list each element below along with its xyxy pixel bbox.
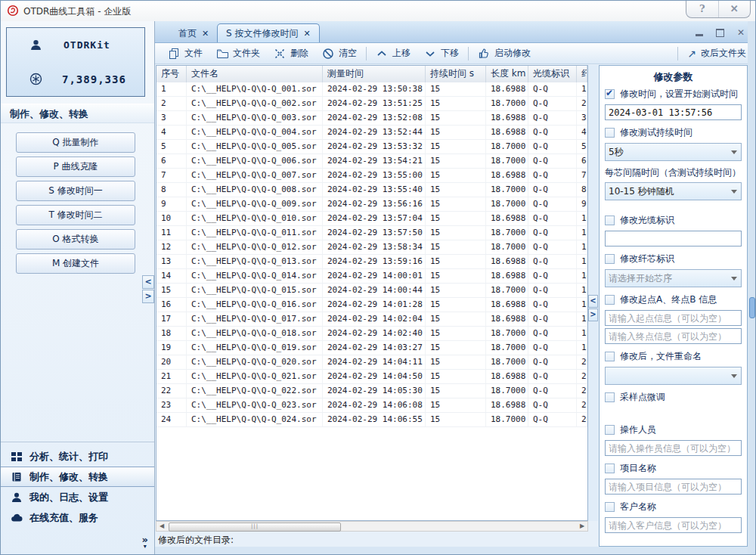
table-row[interactable]: 6C:\__HELP\Q-Q\Q-Q_006.sor2024-02-29 13:… [156,154,587,169]
panel-splitter[interactable] [588,65,598,521]
checkbox-icon[interactable] [605,352,615,361]
splitter-chevron-right-icon[interactable]: > [588,309,598,321]
sidebar-item-make-modify[interactable]: 制作、修改、转换 [1,467,154,487]
close-tab-icon[interactable]: ✕ [202,29,209,39]
horizontal-scrollbar[interactable]: ◀ ||| ▶ [156,521,588,532]
table-row[interactable]: 24C:\__HELP\Q-Q\Q-Q_024.sor2024-02-29 14… [156,413,587,427]
rename-select[interactable] [605,367,742,385]
right-scroll-strip[interactable] [748,21,756,554]
tab-modify-time-by-file[interactable]: S 按文件修改时间 ✕ [217,23,320,42]
sample-adjust-checkbox-row[interactable]: 采样点微调 [605,391,742,404]
modify-duration-checkbox-row[interactable]: 修改测试持续时间 [605,126,742,139]
table-row[interactable]: 2C:\__HELP\Q-Q\Q-Q_002.sor2024-02-29 13:… [156,97,587,111]
rename-checkbox-row[interactable]: 修改后，文件重命名 [605,350,742,363]
operator-input[interactable] [605,440,742,456]
col-index[interactable]: 序号 [156,66,187,82]
checkbox-icon[interactable] [605,295,615,305]
col-fiber-core[interactable]: 纤芯 [577,66,587,82]
checkbox-icon[interactable] [605,502,615,512]
table-row[interactable]: 21C:\__HELP\Q-Q\Q-Q_021.sor2024-02-29 14… [156,370,587,384]
table-row[interactable]: 15C:\__HELP\Q-Q\Q-Q_015.sor2024-02-29 14… [156,284,587,298]
sidebar-item-online-service[interactable]: 在线充值、服务 [1,507,154,528]
table-row[interactable]: 9C:\__HELP\Q-Q\Q-Q_009.sor2024-02-29 13:… [156,197,587,212]
table-row[interactable]: 1C:\__HELP\Q-Q\Q-Q_001.sor2024-02-29 13:… [156,82,587,97]
output-folder-button[interactable]: ↗ 改后文件夹 [680,45,755,62]
start-point-input[interactable] [605,310,742,326]
nav-overflow-button[interactable]: » ▾ [142,536,148,550]
col-filename[interactable]: 文件名 [187,66,323,82]
checkbox-icon[interactable] [605,464,615,473]
checkbox-icon[interactable] [605,215,615,225]
table-row[interactable]: 16C:\__HELP\Q-Q\Q-Q_016.sor2024-02-29 14… [156,298,587,312]
operator-checkbox-row[interactable]: 操作人员 [605,423,742,436]
clear-button[interactable]: 清空 [315,45,364,62]
scroll-left-icon[interactable]: ◀ [156,522,167,531]
table-row[interactable]: 10C:\__HELP\Q-Q\Q-Q_010.sor2024-02-29 13… [156,212,587,226]
table-row[interactable]: 7C:\__HELP\Q-Q\Q-Q_007.sor2024-02-29 13:… [156,169,587,183]
minimize-icon[interactable] [696,34,703,36]
col-cable-id[interactable]: 光缆标识 [528,66,577,82]
chevron-right-icon[interactable]: > [142,290,154,303]
end-point-input[interactable] [605,328,742,344]
format-convert-button[interactable]: O 格式转换 [16,229,135,250]
checkbox-icon[interactable] [605,425,615,435]
project-input[interactable] [605,479,742,495]
table-row[interactable]: 4C:\__HELP\Q-Q\Q-Q_004.sor2024-02-29 13:… [156,126,587,140]
modify-time-checkbox-row[interactable]: 修改时间，设置开始测试时间 [605,88,742,101]
scrollbar-thumb[interactable]: ||| [169,522,341,532]
close-tab-icon[interactable]: ✕ [303,29,310,39]
table-row[interactable]: 14C:\__HELP\Q-Q\Q-Q_014.sor2024-02-29 14… [156,269,587,284]
table-row[interactable]: 23C:\__HELP\Q-Q\Q-Q_023.sor2024-02-29 14… [156,398,587,413]
chevron-left-icon[interactable]: < [142,275,154,289]
checkbox-icon[interactable] [605,392,615,402]
close-button[interactable]: ✕ [718,1,751,17]
splitter-chevron-left-icon[interactable]: < [588,295,598,308]
col-duration[interactable]: 持续时间 s [426,66,486,82]
checkbox-icon[interactable] [605,128,615,138]
scroll-right-icon[interactable]: ▶ [577,522,587,531]
customer-input[interactable] [605,517,742,533]
table-row[interactable]: 19C:\__HELP\Q-Q\Q-Q_019.sor2024-02-29 14… [156,341,587,355]
restore-icon[interactable] [716,29,724,37]
table-row[interactable]: 22C:\__HELP\Q-Q\Q-Q_022.sor2024-02-29 14… [156,384,587,398]
table-row[interactable]: 5C:\__HELP\Q-Q\Q-Q_005.sor2024-02-29 13:… [156,140,587,154]
batch-make-button[interactable]: Q 批量制作 [16,132,135,153]
checkbox-checked-icon[interactable] [605,89,615,99]
table-row[interactable]: 8C:\__HELP\Q-Q\Q-Q_008.sor2024-02-29 13:… [156,183,587,197]
modify-time-1-button[interactable]: S 修改时间一 [16,181,135,201]
sidebar-item-my-settings[interactable]: 我的、日志、设置 [1,487,154,507]
modify-time-2-button[interactable]: T 修改时间二 [16,205,135,225]
help-button[interactable]: ? [686,1,718,17]
table-row[interactable]: 13C:\__HELP\Q-Q\Q-Q_013.sor2024-02-29 13… [156,255,587,269]
right-scroll-thumb[interactable] [749,297,755,318]
checkbox-icon[interactable] [605,254,615,264]
project-checkbox-row[interactable]: 项目名称 [605,462,742,475]
curve-clone-button[interactable]: P 曲线克隆 [16,157,135,177]
table-row[interactable]: 17C:\__HELP\Q-Q\Q-Q_017.sor2024-02-29 14… [156,312,587,327]
modify-ab-checkbox-row[interactable]: 修改起点A、终点B 信息 [605,293,742,306]
interval-select[interactable]: 10-15 秒钟随机 [605,182,742,200]
table-row[interactable]: 18C:\__HELP\Q-Q\Q-Q_018.sor2024-02-29 14… [156,327,587,341]
col-length[interactable]: 长度 km [486,66,528,82]
table-row[interactable]: 12C:\__HELP\Q-Q\Q-Q_012.sor2024-02-29 13… [156,240,587,255]
start-modify-button[interactable]: 启动修改 [471,45,538,62]
cable-id-input[interactable] [605,231,742,246]
duration-select[interactable]: 5秒 [605,143,742,161]
add-files-button[interactable]: 文件 [161,45,209,62]
core-start-select[interactable]: 请选择开始芯序 [605,269,742,287]
move-down-button[interactable]: 下移 [417,45,466,62]
modify-core-checkbox-row[interactable]: 修改纤芯标识 [605,253,742,265]
add-folder-button[interactable]: 文件夹 [209,45,267,62]
sidebar-item-analysis[interactable]: 分析、统计、打印 [1,446,154,467]
mdi-close-icon[interactable]: ✕ [737,28,745,37]
move-up-button[interactable]: 上移 [369,45,417,62]
create-file-button[interactable]: M 创建文件 [16,253,135,274]
delete-button[interactable]: 删除 [267,45,315,62]
col-measure-time[interactable]: 测量时间 [323,66,426,82]
table-row[interactable]: 20C:\__HELP\Q-Q\Q-Q_020.sor2024-02-29 14… [156,355,587,370]
tab-home[interactable]: 首页 ✕ [170,25,217,42]
modify-cable-checkbox-row[interactable]: 修改光缆标识 [605,214,742,227]
table-row[interactable]: 11C:\__HELP\Q-Q\Q-Q_011.sor2024-02-29 13… [156,226,587,240]
customer-checkbox-row[interactable]: 客户名称 [605,501,742,513]
table-row[interactable]: 3C:\__HELP\Q-Q\Q-Q_003.sor2024-02-29 13:… [156,111,587,126]
